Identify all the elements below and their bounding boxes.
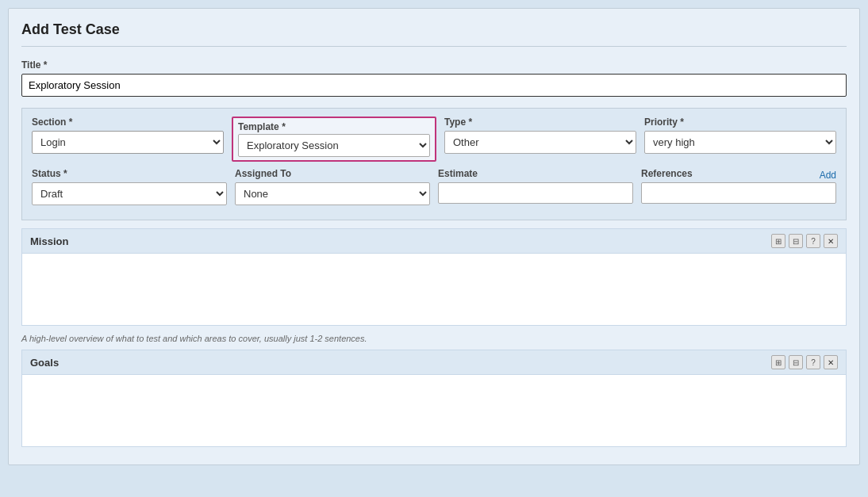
page-title: Add Test Case: [21, 21, 847, 47]
estimate-label: Estimate: [438, 168, 633, 179]
type-field-group: Type * Other Acceptance Functional Perfo…: [444, 117, 636, 162]
references-label: References: [641, 168, 693, 179]
mission-section-header: Mission ⊞ ⊟ ? ✕: [22, 229, 846, 254]
status-label: Status *: [32, 168, 227, 179]
priority-label: Priority *: [644, 117, 836, 128]
mission-section-icons: ⊞ ⊟ ? ✕: [771, 234, 838, 248]
type-label: Type *: [444, 117, 636, 128]
section-select[interactable]: Login: [32, 131, 224, 154]
estimate-field-group: Estimate: [438, 168, 633, 205]
mission-close-icon[interactable]: ✕: [824, 234, 838, 248]
mission-help-icon[interactable]: ?: [806, 234, 820, 248]
fields-grid: Section * Login Template * Exploratory S…: [21, 108, 847, 220]
mission-section-body[interactable]: [22, 254, 846, 325]
mission-section-title: Mission: [30, 235, 68, 247]
goals-close-icon[interactable]: ✕: [824, 355, 838, 369]
add-test-case-container: Add Test Case Title * Section * Login Te…: [8, 8, 860, 465]
goals-image-icon[interactable]: ⊟: [789, 355, 803, 369]
title-input[interactable]: [21, 74, 847, 97]
template-label: Template *: [238, 121, 430, 132]
goals-section: Goals ⊞ ⊟ ? ✕: [21, 350, 847, 447]
template-select[interactable]: Exploratory Session None Default: [238, 134, 430, 157]
mission-image-icon[interactable]: ⊟: [789, 234, 803, 248]
goals-section-title: Goals: [30, 357, 59, 369]
references-label-row: References Add: [641, 168, 836, 182]
title-label: Title *: [21, 59, 847, 71]
assigned-to-field-group: Assigned To None: [235, 168, 430, 205]
goals-section-header: Goals ⊞ ⊟ ? ✕: [22, 350, 846, 375]
references-add-link[interactable]: Add: [820, 170, 836, 181]
estimate-input[interactable]: [438, 182, 633, 204]
assigned-to-label: Assigned To: [235, 168, 430, 179]
references-field-group: References Add: [641, 168, 836, 205]
type-select[interactable]: Other Acceptance Functional Performance: [444, 131, 636, 154]
goals-help-icon[interactable]: ?: [806, 355, 820, 369]
mission-section: Mission ⊞ ⊟ ? ✕: [21, 228, 847, 326]
priority-select[interactable]: very high high medium low: [644, 131, 836, 154]
status-select[interactable]: Draft Active Deprecated: [32, 182, 227, 205]
mission-hint: A high-level overview of what to test an…: [21, 331, 847, 350]
references-input[interactable]: [641, 182, 836, 204]
goals-section-icons: ⊞ ⊟ ? ✕: [771, 355, 838, 369]
section-label: Section *: [32, 117, 224, 128]
goals-table-icon[interactable]: ⊞: [771, 355, 785, 369]
goals-section-body[interactable]: [22, 375, 846, 446]
template-field-group: Template * Exploratory Session None Defa…: [232, 117, 436, 162]
fields-row-2: Status * Draft Active Deprecated Assigne…: [32, 168, 836, 205]
priority-field-group: Priority * very high high medium low: [644, 117, 836, 162]
section-field-group: Section * Login: [32, 117, 224, 162]
fields-row-1: Section * Login Template * Exploratory S…: [32, 117, 836, 162]
assigned-to-select[interactable]: None: [235, 182, 430, 205]
title-section: Title *: [21, 59, 847, 97]
mission-table-icon[interactable]: ⊞: [771, 234, 785, 248]
status-field-group: Status * Draft Active Deprecated: [32, 168, 227, 205]
